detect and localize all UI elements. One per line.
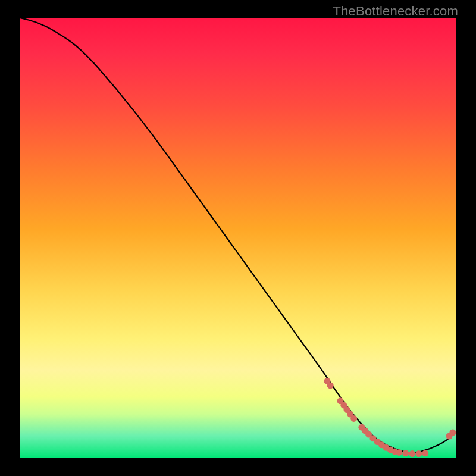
chart-overlay <box>20 18 456 458</box>
marker-dot <box>415 450 422 457</box>
bottleneck-curve <box>20 18 456 453</box>
marker-dot <box>327 382 334 389</box>
marker-dot <box>396 449 402 456</box>
marker-dot <box>402 450 409 456</box>
marker-dot <box>409 450 415 457</box>
marker-dot <box>449 430 456 436</box>
marker-dot <box>350 415 357 422</box>
attribution-text: TheBottlenecker.com <box>333 4 458 19</box>
marker-dots <box>324 378 456 457</box>
chart-frame: TheBottlenecker.com <box>0 0 476 476</box>
marker-dot <box>422 450 428 456</box>
